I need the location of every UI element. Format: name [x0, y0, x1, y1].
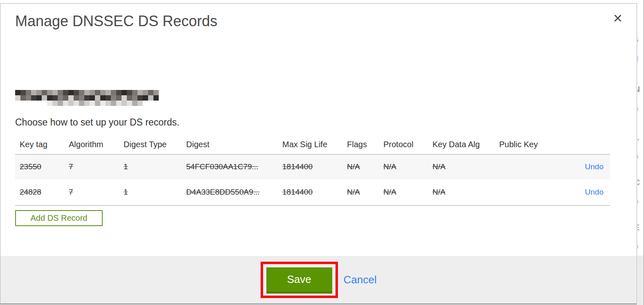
save-button[interactable]: Save [266, 267, 332, 294]
background-text-fragment: o [637, 104, 639, 114]
cell-digest: 54FCF030AA1C79... [182, 154, 278, 179]
background-text-fragment: C [637, 177, 640, 187]
background-sliver-footer [637, 256, 643, 305]
cell-protocol: N/A [379, 179, 428, 205]
cell-public-key [495, 154, 575, 179]
cell-protocol: N/A [379, 154, 428, 179]
cancel-link[interactable]: Cancel [344, 274, 377, 286]
instruction-text: Choose how to set up your DS records. [15, 117, 179, 128]
screenshot-root: Manage DNSSEC DS Records ✕ Choose how to… [0, 0, 644, 305]
modal-footer: Save Cancel [0, 256, 637, 303]
col-header-protocol: Protocol [379, 135, 428, 154]
cell-flags: N/A [342, 154, 379, 179]
close-icon[interactable]: ✕ [610, 11, 625, 26]
col-header-max-sig-life: Max Sig Life [278, 135, 342, 154]
background-sliver: sdNoLoCoEo [637, 0, 643, 305]
cell-digest-type: 1 [119, 154, 182, 179]
background-text-fragment: o [637, 151, 639, 161]
cell-algorithm: 7 [64, 179, 119, 205]
background-text-fragment: o [637, 241, 639, 251]
background-text-fragment: s [637, 34, 639, 44]
cell-digest-type: 1 [119, 179, 182, 205]
cell-max-sig-life: 1814400 [278, 154, 342, 179]
col-header-public-key: Public Key [495, 135, 575, 154]
col-header-key-data-alg: Key Data Alg [428, 135, 495, 154]
add-ds-record-button[interactable]: Add DS Record [15, 210, 103, 226]
background-text-fragment: N [637, 84, 640, 94]
cell-max-sig-life: 1814400 [278, 179, 342, 205]
table-row: 24828 7 1 D4A33E8DD550A9... 1814400 N/A … [15, 179, 610, 205]
manage-dnssec-modal: Manage DNSSEC DS Records ✕ Choose how to… [0, 3, 637, 305]
cell-key-data-alg: N/A [428, 179, 495, 205]
cell-public-key [495, 179, 575, 205]
col-header-flags: Flags [342, 135, 379, 154]
col-header-algorithm: Algorithm [64, 135, 119, 154]
modal-title: Manage DNSSEC DS Records [15, 13, 217, 30]
col-header-action [575, 135, 610, 154]
cell-algorithm: 7 [64, 154, 119, 179]
table-header-row: Key tag Algorithm Digest Type Digest Max… [15, 135, 610, 154]
table-row: 23550 7 1 54FCF030AA1C79... 1814400 N/A … [15, 154, 610, 179]
col-header-digest: Digest [182, 135, 278, 154]
background-text-fragment: d [637, 54, 639, 64]
ds-records-table-wrap: Key tag Algorithm Digest Type Digest Max… [15, 135, 610, 206]
ds-records-table: Key tag Algorithm Digest Type Digest Max… [15, 135, 610, 206]
cell-key-tag: 24828 [15, 179, 64, 205]
click-target-annotation: Save [261, 262, 338, 298]
background-text-fragment: o [637, 196, 639, 206]
col-header-digest-type: Digest Type [119, 135, 182, 154]
background-text-fragment: E [637, 222, 639, 232]
background-text-fragment: L [637, 132, 639, 142]
cell-key-tag: 23550 [15, 154, 64, 179]
cell-digest: D4A33E8DD550A9... [182, 179, 278, 205]
cell-flags: N/A [342, 179, 379, 205]
cell-key-data-alg: N/A [428, 154, 495, 179]
undo-link[interactable]: Undo [585, 162, 603, 171]
undo-link[interactable]: Undo [585, 188, 603, 196]
redacted-domain-name [15, 90, 159, 106]
col-header-key-tag: Key tag [15, 135, 64, 154]
